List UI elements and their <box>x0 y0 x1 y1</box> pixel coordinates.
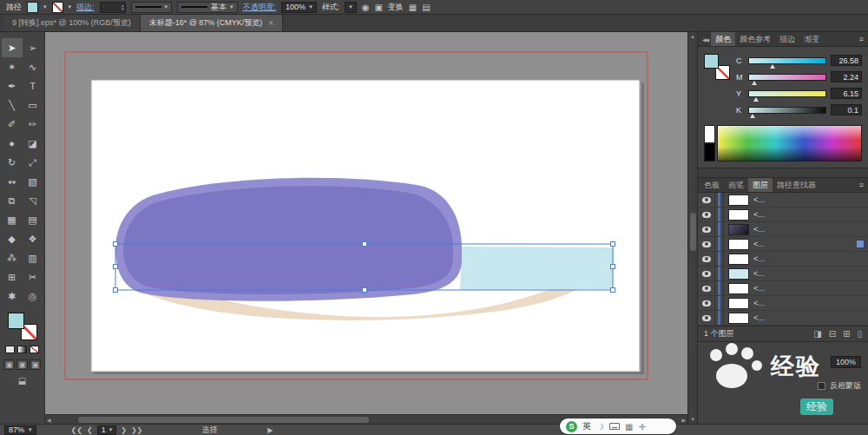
zoom-level-dropdown[interactable]: 87%▾ <box>4 425 36 435</box>
scroll-right-icon[interactable]: ▶ <box>681 417 686 423</box>
document-tab-1[interactable]: 9 [转换].eps* @ 100% (RGB/预览) <box>3 15 141 31</box>
white-swatch[interactable] <box>704 125 715 143</box>
layer-thumbnail[interactable] <box>728 254 749 265</box>
stroke-color-swatch[interactable] <box>52 2 63 13</box>
tab-color-guide[interactable]: 颜色参考 <box>735 32 775 46</box>
fill-proxy-swatch[interactable] <box>8 313 24 329</box>
tab-swatches[interactable]: 色板 <box>700 178 724 192</box>
visibility-eye-icon[interactable] <box>698 252 715 266</box>
tab-brushes[interactable]: 画笔 <box>724 178 748 192</box>
recolor-artwork-icon[interactable]: ◉ <box>362 3 370 12</box>
gradient-mode-icon[interactable] <box>17 346 27 353</box>
symbol-sprayer-tool[interactable]: ⁂ <box>2 248 23 267</box>
draw-inside-icon[interactable]: ▣ <box>30 359 41 370</box>
visibility-eye-icon[interactable] <box>698 237 715 251</box>
zoom-tool[interactable]: ◎ <box>23 287 43 306</box>
perspective-grid-tool[interactable]: ◹ <box>23 191 43 210</box>
layer-thumbnail[interactable] <box>728 298 749 309</box>
none-mode-icon[interactable] <box>30 346 39 353</box>
layer-label[interactable]: <... <box>753 284 765 293</box>
opacity-value-dropdown[interactable]: 100%▾ <box>281 2 317 13</box>
layer-label[interactable]: <... <box>753 299 765 307</box>
layer-thumbnail[interactable] <box>728 268 749 280</box>
align-icon[interactable]: ▦ <box>409 3 417 12</box>
layer-label[interactable]: <... <box>753 210 765 219</box>
vertical-scrollbar[interactable]: ▲ ▼ <box>687 32 698 424</box>
layer-thumbnail[interactable] <box>728 313 749 324</box>
layer-label[interactable]: <... <box>753 313 765 322</box>
new-layer-icon[interactable]: ⊞ <box>843 329 850 339</box>
draw-behind-icon[interactable]: ▣ <box>16 359 28 370</box>
tab-pathfinder[interactable]: 路径查找器 <box>773 178 820 192</box>
black-swatch[interactable] <box>704 143 715 161</box>
line-segment-tool[interactable]: ╲ <box>2 96 23 115</box>
visibility-eye-icon[interactable] <box>698 281 715 295</box>
slice-tool[interactable]: ✂ <box>23 267 43 287</box>
layer-row[interactable]: <... <box>698 208 868 222</box>
layer-thumbnail[interactable] <box>728 283 749 294</box>
cyan-slider[interactable] <box>748 57 826 64</box>
visibility-eye-icon[interactable] <box>698 193 715 207</box>
first-artboard-icon[interactable]: ❮❮ <box>71 426 82 434</box>
sogou-logo-icon[interactable]: S <box>566 421 577 432</box>
style-dropdown[interactable]: ▾ <box>345 2 357 13</box>
ime-mode-moon-icon[interactable]: ☽ <box>596 422 604 432</box>
color-proxy[interactable] <box>704 54 730 80</box>
layer-label[interactable]: <... <box>753 254 765 263</box>
selection-indicator[interactable] <box>857 241 864 247</box>
visibility-eye-icon[interactable] <box>698 208 715 221</box>
invert-mask-checkbox[interactable] <box>818 382 825 390</box>
ime-keyboard-icon[interactable] <box>609 423 620 430</box>
width-tool[interactable]: ↭ <box>2 172 23 191</box>
visibility-eye-icon[interactable] <box>698 296 715 310</box>
shape-builder-tool[interactable]: ⧉ <box>2 191 23 210</box>
opacity-label[interactable]: 不透明度: <box>243 2 277 13</box>
cyan-value[interactable]: 26.58 <box>831 55 862 66</box>
black-value[interactable]: 0.1 <box>831 104 862 115</box>
width-profile-dropdown[interactable]: ▾ <box>131 2 173 13</box>
black-slider[interactable] <box>748 107 826 114</box>
layer-row[interactable]: <... <box>698 267 868 281</box>
horizontal-scroll-thumb[interactable] <box>78 417 369 423</box>
layer-row[interactable]: <... <box>698 237 868 252</box>
brush-definition-dropdown[interactable]: 基本▾ <box>177 2 238 13</box>
scroll-down-icon[interactable]: ▼ <box>690 417 695 422</box>
transform-label[interactable]: 变换 <box>388 2 404 13</box>
make-clip-mask-icon[interactable]: ◨ <box>813 329 821 339</box>
tab-gradient[interactable]: 渐变 <box>799 32 824 46</box>
prev-artboard-icon[interactable]: ❮ <box>87 426 93 434</box>
proxy-fill-swatch[interactable] <box>704 54 719 69</box>
selection-tool[interactable]: ➤ <box>2 38 23 57</box>
visibility-eye-icon[interactable] <box>698 222 715 236</box>
panel-menu-icon[interactable]: ≡ <box>855 35 868 43</box>
layer-thumbnail[interactable] <box>728 194 749 206</box>
next-artboard-icon[interactable]: ❯ <box>121 426 127 434</box>
bw-swatches[interactable] <box>704 125 715 161</box>
pencil-tool[interactable]: ✏ <box>23 115 43 134</box>
layer-row[interactable]: <... <box>698 296 868 311</box>
eyedropper-tool[interactable]: ◆ <box>2 229 23 248</box>
free-transform-tool[interactable]: ▧ <box>23 172 43 191</box>
pathfinder-icon[interactable]: ▤ <box>422 3 430 12</box>
last-artboard-icon[interactable]: ❯❯ <box>131 426 142 434</box>
body-fill-shape[interactable] <box>123 186 453 294</box>
close-tab-icon[interactable]: × <box>268 18 273 28</box>
ime-tools-icon[interactable]: ✛ <box>638 422 645 432</box>
selection-handle[interactable] <box>611 242 615 247</box>
direct-selection-tool[interactable]: ➢ <box>23 38 43 57</box>
transparency-opacity-value[interactable]: 100% <box>831 356 861 368</box>
ime-language-label[interactable]: 英 <box>582 420 591 432</box>
tab-layers[interactable]: 图层 <box>748 178 773 192</box>
layer-thumbnail[interactable] <box>728 239 749 250</box>
visibility-eye-icon[interactable] <box>698 311 715 325</box>
magenta-slider[interactable] <box>748 74 826 81</box>
layer-row[interactable]: <... <box>698 252 868 267</box>
scroll-left-icon[interactable]: ◀ <box>47 417 51 423</box>
layer-label[interactable]: <... <box>753 269 765 278</box>
draw-normal-icon[interactable]: ▣ <box>3 359 15 370</box>
layer-thumbnail[interactable] <box>728 209 749 221</box>
scale-tool[interactable]: ⤢ <box>23 153 43 172</box>
selection-handle[interactable] <box>611 288 615 293</box>
rotate-tool[interactable]: ↻ <box>2 153 23 172</box>
lasso-tool[interactable]: ∿ <box>23 57 43 76</box>
